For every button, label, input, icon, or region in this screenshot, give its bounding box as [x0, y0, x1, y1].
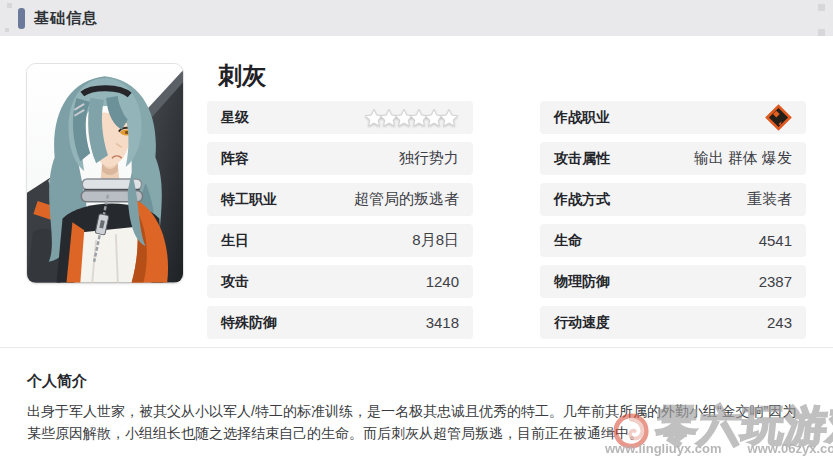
section-header: 基础信息: [0, 0, 833, 36]
row-value: 超管局的叛逃者: [354, 190, 459, 209]
info-column-left: 星级 阵容 独行势力 特工职业 超管局的叛逃者 生日 8月8日 攻击 1240 …: [207, 101, 473, 339]
row-label: 阵容: [221, 150, 249, 168]
decor-square: [5, 28, 9, 32]
row-combat-class: 作战职业: [540, 101, 806, 134]
row-label: 生日: [221, 232, 249, 250]
row-birthday: 生日 8月8日: [207, 224, 473, 257]
row-attack-attributes: 攻击属性 输出 群体 爆发: [540, 142, 806, 175]
decor-square: [7, 3, 12, 8]
accent-bar: [18, 8, 25, 29]
bio-title: 个人简介: [27, 372, 87, 391]
row-value: 独行势力: [399, 149, 459, 168]
watermark-urls: www.lingliuyx.com www.06zyx.com: [605, 441, 833, 456]
row-agent-class: 特工职业 超管局的叛逃者: [207, 183, 473, 216]
row-special-defense: 特殊防御 3418: [207, 306, 473, 339]
row-hp: 生命 4541: [540, 224, 806, 257]
row-label: 特工职业: [221, 191, 277, 209]
row-value: 输出 群体 爆发: [694, 149, 792, 168]
row-label: 行动速度: [554, 314, 610, 332]
row-label: 星级: [221, 109, 249, 127]
row-label: 作战职业: [554, 109, 610, 127]
row-label: 生命: [554, 232, 582, 250]
row-label: 特殊防御: [221, 314, 277, 332]
row-attack: 攻击 1240: [207, 265, 473, 298]
row-value: 243: [767, 314, 792, 331]
row-label: 攻击: [221, 273, 249, 291]
section-title: 基础信息: [34, 9, 98, 28]
star-rating: [369, 108, 459, 128]
row-value: 4541: [759, 232, 792, 249]
row-faction: 阵容 独行势力: [207, 142, 473, 175]
row-star-rating: 星级: [207, 101, 473, 134]
row-value: 1240: [426, 273, 459, 290]
row-label: 作战方式: [554, 191, 610, 209]
row-physical-defense: 物理防御 2387: [540, 265, 806, 298]
character-portrait: [26, 63, 184, 284]
row-value: 重装者: [747, 190, 792, 209]
row-label: 物理防御: [554, 273, 610, 291]
decor-square: [818, 29, 825, 36]
star-icon: [439, 108, 459, 128]
info-column-right: 作战职业 攻击属性 输出 群体 爆发 作战方式 重装者 生命 4541 物理防御…: [540, 101, 806, 339]
class-diamond-icon: [765, 104, 792, 131]
row-value: 3418: [426, 314, 459, 331]
character-name: 刺灰: [218, 60, 266, 92]
watermark-url: www.lingliuyx.com: [605, 441, 722, 456]
row-label: 攻击属性: [554, 150, 610, 168]
row-value: 2387: [759, 273, 792, 290]
section-divider: [0, 347, 833, 348]
decor-square: [818, 4, 825, 11]
row-action-speed: 行动速度 243: [540, 306, 806, 339]
character-portrait-art: [27, 64, 183, 283]
row-combat-style: 作战方式 重装者: [540, 183, 806, 216]
watermark-url: www.06zyx.com: [748, 441, 833, 456]
row-value: 8月8日: [412, 231, 459, 250]
